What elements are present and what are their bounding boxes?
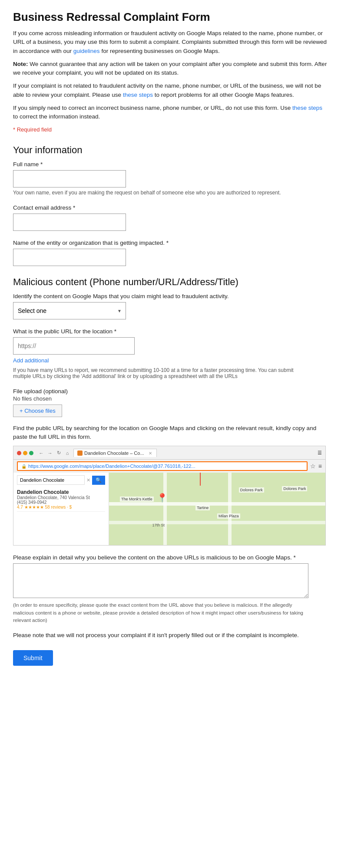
para3: If your complaint is not related to frau… — [13, 82, 328, 99]
map-pin: 📍 — [157, 493, 168, 502]
full-name-group: Full name * Your own name, even if you a… — [13, 161, 328, 196]
malicious-heading: Malicious content (Phone number/URL/Addr… — [13, 276, 328, 288]
top-bar-icons: ☰ — [318, 450, 322, 456]
content-type-select-wrapper[interactable]: Select one Phone number URL Address Titl… — [13, 302, 126, 319]
nav-forward: → — [46, 450, 53, 457]
map-screenshot: ← → ↻ ⌂ Dandelion Chocolate – Co... ✕ ☰ … — [13, 446, 326, 546]
your-info-heading: Your information — [13, 145, 328, 156]
map-search-input[interactable] — [17, 475, 85, 485]
required-field-note: * Required field — [13, 125, 328, 134]
map-search-row: ✕ 🔍 — [17, 475, 105, 485]
bookmark-icon: ☆ — [310, 463, 316, 470]
tab-close-icon: ✕ — [149, 451, 152, 456]
settings-icon: ≡ — [318, 463, 322, 470]
map-clear-icon: ✕ — [86, 477, 90, 483]
map-search-button[interactable]: 🔍 — [92, 476, 105, 485]
explain-label: Please explain in detail why you believe… — [13, 554, 328, 561]
page-title: Business Redressal Complaint Form — [13, 10, 328, 24]
explain-hint: (In order to ensure specificity, please … — [13, 602, 308, 624]
submit-button[interactable]: Submit — [13, 650, 53, 666]
url-hint: If you have many URLs to report, we reco… — [13, 367, 308, 379]
add-additional-link[interactable]: Add additional — [13, 357, 49, 364]
email-label: Contact email address * — [13, 204, 328, 211]
map-result-addr: Dandelion Chocolate, 740 Valencia St — [17, 495, 105, 500]
map-label-dolores: Dolores Park — [239, 487, 264, 493]
map-label-dolores2: Dolores Park — [282, 486, 307, 491]
map-label-milan: Milan Plaza — [217, 513, 240, 519]
dot-green — [29, 451, 33, 455]
lock-icon: 🔒 — [21, 464, 26, 469]
tab-title: Dandelion Chocolate – Co... — [84, 450, 144, 456]
address-bar: 🔒 https://www.google.com/maps/place/Dand… — [17, 461, 308, 471]
identify-label: Identify the content on Google Maps that… — [13, 293, 328, 299]
dot-yellow — [23, 451, 27, 455]
note-paragraph: Note: We cannot guarantee that any actio… — [13, 60, 328, 78]
map-result-rating: 4.7 ★★★★★ 58 reviews · $ — [17, 505, 105, 510]
road-v1 — [163, 473, 167, 546]
browser-dots — [17, 451, 33, 455]
url-group: What is the public URL for the location … — [13, 328, 328, 379]
org-label: Name of the entity or organization that … — [13, 240, 328, 246]
para4: If you simply need to correct an incorre… — [13, 104, 328, 122]
full-name-hint: Your own name, even if you are making th… — [13, 190, 308, 196]
map-body: ✕ 🔍 Dandelion Chocolate Dandelion Chocol… — [13, 473, 325, 546]
no-files-text: No files chosen — [13, 395, 328, 402]
full-name-input[interactable] — [13, 170, 126, 187]
browser-chrome: ← → ↻ ⌂ Dandelion Chocolate – Co... ✕ ☰ — [13, 446, 325, 460]
nav-home: ⌂ — [64, 450, 71, 457]
browser-nav: ← → ↻ ⌂ — [38, 450, 71, 457]
org-group: Name of the entity or organization that … — [13, 240, 328, 266]
email-input[interactable] — [13, 214, 126, 231]
map-label-monks: The Monk's Kettle — [120, 496, 154, 502]
map-result: Dandelion Chocolate Dandelion Chocolate,… — [17, 487, 105, 512]
map-result-phone: (415) 349-0942 — [17, 500, 105, 505]
these-steps-link-1[interactable]: these steps — [123, 92, 153, 98]
road-v2 — [228, 473, 232, 546]
explain-textarea[interactable] — [13, 563, 308, 598]
road-h2 — [109, 521, 325, 524]
guidelines-link[interactable]: guidelines — [73, 48, 100, 54]
map-sidebar: ✕ 🔍 Dandelion Chocolate Dandelion Chocol… — [13, 473, 109, 546]
map-label-tartine: Tartine — [195, 505, 210, 510]
address-bar-row: 🔒 https://www.google.com/maps/place/Dand… — [13, 460, 325, 473]
menu-icon: ☰ — [318, 450, 322, 456]
map-arrow — [200, 473, 201, 486]
final-note: Please note that we will not process you… — [13, 631, 328, 640]
find-url-text: Find the public URL by searching for the… — [13, 424, 328, 442]
url-label: What is the public URL for the location … — [13, 328, 328, 335]
dot-red — [17, 451, 21, 455]
url-input[interactable] — [13, 337, 135, 355]
map-area: The Monk's Kettle Tartine Milan Plaza Do… — [109, 473, 325, 546]
intro-paragraph-1: If you come across misleading informatio… — [13, 29, 328, 56]
nav-back: ← — [38, 450, 45, 457]
file-upload-section: File upload (optional) No files chosen +… — [13, 388, 328, 417]
explain-group: Please explain in detail why you believe… — [13, 554, 328, 624]
tab-favicon — [77, 450, 83, 456]
map-result-name: Dandelion Chocolate — [17, 489, 105, 495]
choose-files-button[interactable]: + Choose files — [13, 404, 62, 417]
nav-refresh: ↻ — [55, 450, 62, 457]
road-h1 — [109, 502, 325, 506]
address-bar-text: https://www.google.com/maps/place/Dandel… — [28, 464, 195, 469]
content-type-select[interactable]: Select one Phone number URL Address Titl… — [13, 302, 126, 319]
org-input[interactable] — [13, 249, 126, 266]
map-street-17th: 17th St — [152, 523, 165, 527]
full-name-label: Full name * — [13, 161, 328, 168]
email-group: Contact email address * — [13, 204, 328, 231]
browser-tab: Dandelion Chocolate – Co... ✕ — [73, 449, 157, 457]
identify-group: Identify the content on Google Maps that… — [13, 293, 328, 319]
these-steps-link-2[interactable]: these steps — [292, 105, 322, 111]
file-upload-label: File upload (optional) — [13, 388, 328, 395]
